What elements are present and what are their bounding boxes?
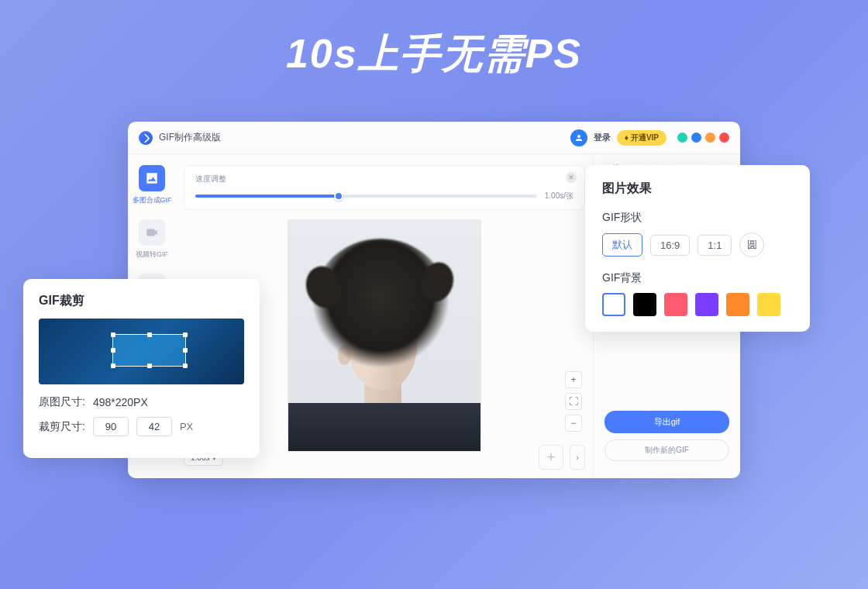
crop-handle-bm[interactable] (147, 363, 152, 368)
crop-size-row: 裁剪尺寸: PX (39, 417, 244, 436)
window-help-icon[interactable] (691, 133, 701, 143)
panel-actions: 导出gif 制作新的GIF (604, 411, 729, 469)
px-label: PX (180, 421, 193, 432)
bg-color-purple[interactable] (695, 293, 718, 316)
crop-popup: GIF裁剪 原图尺寸: 498*220PX 裁剪尺寸: PX (23, 279, 260, 458)
crop-handle-ml[interactable] (111, 348, 115, 353)
window-close-icon[interactable] (719, 133, 729, 143)
bg-color-yellow[interactable] (757, 293, 780, 316)
sidebar-item-multi-image[interactable]: 多图合成GIF (133, 165, 172, 205)
bg-color-red[interactable] (664, 293, 687, 316)
bg-color-orange[interactable] (726, 293, 749, 316)
speed-label: 速度调整 (195, 174, 574, 184)
crop-width-input[interactable] (93, 417, 129, 436)
bg-color-black[interactable] (633, 293, 656, 316)
crop-handle-tr[interactable] (183, 332, 188, 337)
app-header: GIF制作高级版 登录 ♦ 开通VIP (128, 122, 740, 154)
image-icon (139, 165, 165, 191)
hero-title: 10s上手无需PS (0, 0, 868, 81)
crop-preview[interactable] (39, 319, 244, 384)
zoom-controls: + ⛶ − (565, 371, 582, 432)
diamond-icon: ♦ (625, 133, 629, 142)
header-right: 登录 ♦ 开通VIP (570, 129, 729, 146)
crop-handle-mr[interactable] (183, 348, 188, 353)
portrait-placeholder (288, 220, 480, 451)
video-icon (139, 219, 165, 246)
new-gif-button[interactable]: 制作新的GIF (604, 439, 729, 461)
crop-selection[interactable] (112, 334, 186, 367)
window-max-icon[interactable] (705, 133, 715, 143)
next-frame-button[interactable]: › (570, 445, 585, 470)
export-button[interactable]: 导出gif (604, 411, 729, 433)
shape-options: 默认 16:9 1:1 圆 (602, 232, 793, 257)
shape-circle-button[interactable]: 圆 (739, 232, 764, 257)
effects-title: 图片效果 (602, 181, 793, 197)
bg-color-options (602, 293, 793, 316)
zoom-in-button[interactable]: + (565, 371, 582, 388)
orig-size-value: 498*220PX (93, 396, 148, 408)
crop-handle-bl[interactable] (111, 363, 115, 368)
crop-height-input[interactable] (136, 417, 172, 436)
crop-title: GIF裁剪 (39, 293, 244, 309)
speed-slider[interactable] (195, 195, 537, 198)
bg-color-white[interactable] (602, 293, 625, 316)
app-title: GIF制作高级版 (159, 131, 221, 144)
window-controls (677, 133, 729, 143)
effects-popup: 图片效果 GIF形状 默认 16:9 1:1 圆 GIF背景 (585, 165, 810, 332)
zoom-out-button[interactable]: − (565, 415, 582, 432)
shape-default-button[interactable]: 默认 (602, 233, 642, 257)
sidebar-label: 多图合成GIF (133, 195, 172, 205)
preview-image (288, 219, 481, 452)
zoom-fit-button[interactable]: ⛶ (565, 393, 582, 410)
svg-rect-0 (146, 229, 155, 236)
orig-size-label: 原图尺寸: (39, 395, 85, 409)
crop-size-label: 裁剪尺寸: (39, 420, 85, 434)
app-logo-icon (139, 131, 153, 145)
bg-section-label: GIF背景 (602, 271, 793, 285)
shape-11-button[interactable]: 1:1 (698, 235, 732, 256)
shape-section-label: GIF形状 (602, 211, 793, 225)
crop-handle-tl[interactable] (111, 332, 115, 337)
avatar-icon[interactable] (570, 129, 587, 146)
slider-thumb[interactable] (334, 191, 343, 201)
crop-handle-br[interactable] (183, 363, 188, 368)
speed-slider-row: 1.00s/张 (195, 191, 574, 202)
vip-button[interactable]: ♦ 开通VIP (617, 130, 666, 146)
vip-label: 开通VIP (631, 133, 659, 143)
sidebar-item-video[interactable]: 视频转GIF (136, 219, 168, 260)
login-link[interactable]: 登录 (594, 132, 611, 143)
sidebar-label: 视频转GIF (136, 250, 168, 260)
close-icon[interactable]: ✕ (566, 172, 577, 183)
original-size-row: 原图尺寸: 498*220PX (39, 395, 244, 409)
add-frame-button[interactable]: + (539, 445, 563, 470)
window-min-icon[interactable] (677, 133, 687, 143)
slider-fill (195, 195, 339, 198)
speed-value: 1.00s/张 (545, 191, 574, 202)
shape-169-button[interactable]: 16:9 (650, 235, 690, 256)
crop-handle-tm[interactable] (147, 332, 152, 337)
speed-panel: ✕ 速度调整 1.00s/张 (184, 165, 585, 210)
